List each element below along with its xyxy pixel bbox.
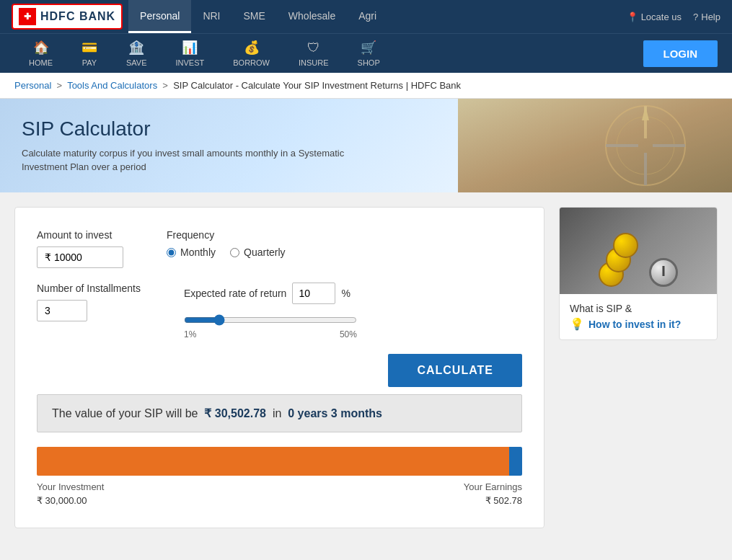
- rate-unit: %: [341, 288, 350, 299]
- amount-input[interactable]: [37, 246, 123, 268]
- bar-investment: [37, 447, 509, 476]
- stopwatch: [649, 258, 678, 287]
- nav-tab-sme[interactable]: SME: [232, 0, 277, 33]
- result-value: ₹ 30,502.78: [204, 407, 266, 419]
- monthly-radio[interactable]: [167, 248, 176, 257]
- sip-card-image: [560, 208, 717, 294]
- investment-label: Your Investment: [37, 481, 104, 492]
- page-title: SIP Calculator: [22, 117, 368, 141]
- installments-group: Number of Installments: [37, 283, 141, 321]
- installments-label: Number of Installments: [37, 283, 141, 294]
- nav-tab-personal[interactable]: Personal: [128, 0, 191, 33]
- rate-group: Expected rate of return % 1% 50%: [184, 283, 357, 339]
- main-content: Amount to invest Frequency Monthly Quart…: [0, 192, 732, 543]
- save-label: SAVE: [126, 58, 147, 67]
- nav-left: ✚ HDFC BANK Personal NRI SME Wholesale A…: [12, 0, 388, 33]
- bar-section: Your Investment Your Earnings ₹ 30,000.0…: [37, 447, 522, 506]
- rate-slider[interactable]: [184, 314, 357, 326]
- quarterly-label: Quarterly: [244, 246, 286, 258]
- secondary-navigation: 🏠 HOME 💳 PAY 🏦 SAVE 📊 INVEST 💰 BORROW 🛡 …: [0, 33, 732, 73]
- installments-input[interactable]: [37, 300, 87, 321]
- slider-min: 1%: [184, 329, 196, 339]
- frequency-group: Frequency Monthly Quarterly: [167, 229, 286, 258]
- bar-earnings: [509, 447, 522, 476]
- bar-labels: Your Investment Your Earnings: [37, 481, 522, 492]
- rate-row: Expected rate of return %: [184, 283, 357, 304]
- amount-group: Amount to invest: [37, 229, 123, 268]
- rate-input[interactable]: [292, 283, 335, 304]
- monthly-option[interactable]: Monthly: [167, 246, 216, 258]
- hdfc-logo[interactable]: ✚ HDFC BANK: [12, 4, 123, 30]
- breadcrumb-personal[interactable]: Personal: [14, 80, 51, 91]
- nav-insure[interactable]: 🛡 INSURE: [284, 35, 343, 73]
- earnings-value: ₹ 502.78: [485, 495, 522, 506]
- nav-tabs: Personal NRI SME Wholesale Agri: [128, 0, 388, 33]
- bulb-icon: 💡: [570, 317, 584, 331]
- bank-name: HDFC BANK: [40, 10, 115, 23]
- hero-description: Calculate maturity corpus if you invest …: [22, 146, 368, 174]
- sip-info-card: What is SIP & 💡 How to invest in it?: [559, 207, 718, 340]
- svg-marker-6: [642, 106, 649, 120]
- form-row-2: Number of Installments Expected rate of …: [37, 283, 522, 339]
- nav-pay[interactable]: 💳 PAY: [67, 34, 112, 73]
- breadcrumb-current: SIP Calculator - Calculate Your SIP Inve…: [173, 80, 461, 91]
- coins-image: [595, 211, 682, 290]
- login-button[interactable]: LOGIN: [643, 40, 718, 67]
- locate-us-label: Locate us: [641, 12, 682, 22]
- frequency-label: Frequency: [167, 229, 286, 241]
- pay-icon: 💳: [81, 40, 97, 55]
- nav-borrow[interactable]: 💰 BORROW: [219, 34, 284, 73]
- quarterly-option[interactable]: Quarterly: [230, 246, 286, 258]
- bar-values: ₹ 30,000.00 ₹ 502.78: [37, 495, 522, 506]
- form-row-1: Amount to invest Frequency Monthly Quart…: [37, 229, 522, 268]
- calculate-row: CALCULATE: [37, 354, 522, 387]
- sip-link-label: How to invest in it?: [588, 319, 681, 330]
- result-in: in: [273, 407, 281, 419]
- sip-card-text: What is SIP &: [570, 303, 707, 314]
- nav-save[interactable]: 🏦 SAVE: [112, 34, 162, 73]
- sidebar: What is SIP & 💡 How to invest in it?: [559, 207, 718, 528]
- shop-label: SHOP: [358, 58, 380, 67]
- home-label: HOME: [29, 58, 53, 67]
- sip-card-link[interactable]: 💡 How to invest in it?: [570, 317, 707, 331]
- borrow-icon: 💰: [244, 40, 260, 55]
- help-link[interactable]: ? Help: [693, 12, 720, 22]
- calculator-card: Amount to invest Frequency Monthly Quart…: [14, 207, 544, 528]
- invest-label: INVEST: [176, 58, 205, 67]
- pay-label: PAY: [82, 58, 97, 67]
- insure-icon: 🛡: [307, 40, 320, 55]
- shop-icon: 🛒: [361, 40, 376, 55]
- calculate-button[interactable]: CALCULATE: [388, 354, 522, 387]
- result-duration: 0 years 3 months: [288, 407, 382, 419]
- nav-right: 📍 Locate us ? Help: [627, 12, 720, 22]
- result-box: The value of your SIP will be ₹ 30,502.7…: [37, 394, 522, 432]
- invest-icon: 📊: [182, 40, 198, 55]
- nav-shop[interactable]: 🛒 SHOP: [343, 34, 394, 73]
- result-prefix: The value of your SIP will be: [52, 407, 198, 419]
- top-navigation: ✚ HDFC BANK Personal NRI SME Wholesale A…: [0, 0, 732, 33]
- nav-tab-nri[interactable]: NRI: [191, 0, 231, 33]
- compass-svg: [458, 99, 732, 192]
- help-label: Help: [701, 12, 720, 22]
- breadcrumb-tools[interactable]: Tools And Calculators: [67, 80, 157, 91]
- quarterly-radio[interactable]: [230, 248, 239, 257]
- logo-icon: ✚: [19, 8, 36, 25]
- nav-home[interactable]: 🏠 HOME: [14, 34, 67, 73]
- amount-label: Amount to invest: [37, 229, 123, 241]
- investment-value: ₹ 30,000.00: [37, 495, 87, 506]
- hero-banner: SIP Calculator Calculate maturity corpus…: [0, 99, 732, 192]
- sip-card-body: What is SIP & 💡 How to invest in it?: [560, 294, 717, 339]
- slider-labels: 1% 50%: [184, 329, 357, 339]
- earnings-label: Your Earnings: [464, 481, 522, 492]
- monthly-label: Monthly: [180, 246, 216, 258]
- nav-tab-wholesale[interactable]: Wholesale: [277, 0, 347, 33]
- frequency-options: Monthly Quarterly: [167, 246, 286, 258]
- rate-label: Expected rate of return: [184, 288, 286, 299]
- hero-compass: [458, 99, 732, 192]
- nav-invest[interactable]: 📊 INVEST: [162, 34, 219, 73]
- locate-us-link[interactable]: 📍 Locate us: [627, 12, 682, 22]
- nav-tab-agri[interactable]: Agri: [347, 0, 388, 33]
- bar-chart: [37, 447, 522, 476]
- coin3: [613, 233, 638, 258]
- help-icon: ?: [693, 12, 698, 22]
